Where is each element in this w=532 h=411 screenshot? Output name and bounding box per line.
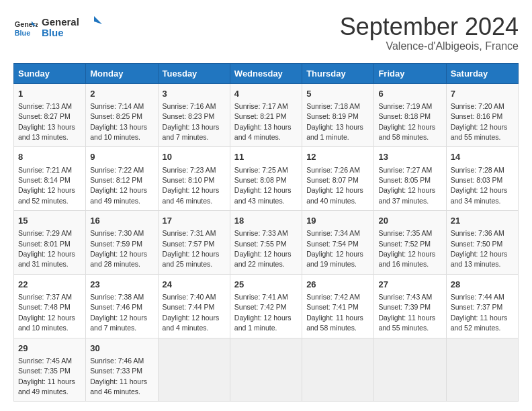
day-number: 29 [18, 342, 81, 355]
daylight-text: Daylight: 13 hours and 4 minutes. [234, 123, 292, 141]
sunset-text: Sunset: 8:23 PM [163, 112, 215, 120]
daylight-text: Daylight: 12 hours and 19 minutes. [306, 250, 363, 268]
calendar-day-cell: 18Sunrise: 7:33 AMSunset: 7:55 PMDayligh… [230, 211, 302, 275]
sunrise-text: Sunrise: 7:13 AM [18, 102, 72, 110]
calendar-day-cell: 12Sunrise: 7:26 AMSunset: 8:07 PMDayligh… [302, 147, 374, 211]
day-number: 21 [451, 215, 514, 227]
daylight-text: Daylight: 13 hours and 7 minutes. [163, 123, 220, 141]
logo: General Blue General Blue [13, 13, 102, 43]
day-number: 25 [234, 279, 298, 291]
daylight-text: Daylight: 12 hours and 1 minute. [234, 314, 292, 332]
day-number: 17 [163, 215, 226, 227]
daylight-text: Daylight: 12 hours and 49 minutes. [90, 186, 147, 204]
sunrise-text: Sunrise: 7:43 AM [378, 293, 432, 301]
sunset-text: Sunset: 8:01 PM [18, 240, 71, 248]
svg-marker-5 [94, 16, 102, 24]
sunrise-text: Sunrise: 7:36 AM [451, 229, 504, 237]
calendar-day-cell: 15Sunrise: 7:29 AMSunset: 8:01 PMDayligh… [14, 211, 86, 275]
sunset-text: Sunset: 7:50 PM [451, 240, 503, 248]
sunset-text: Sunset: 8:05 PM [378, 176, 431, 184]
col-saturday: Saturday [446, 63, 518, 83]
sunrise-text: Sunrise: 7:28 AM [451, 166, 504, 174]
location-title: Valence-d'Albigeois, France [340, 40, 519, 52]
daylight-text: Daylight: 12 hours and 22 minutes. [234, 250, 292, 268]
sunrise-text: Sunrise: 7:22 AM [90, 166, 144, 174]
sunset-text: Sunset: 7:41 PM [306, 303, 359, 311]
daylight-text: Daylight: 12 hours and 7 minutes. [90, 314, 147, 332]
day-number: 22 [18, 279, 81, 291]
sunset-text: Sunset: 8:10 PM [163, 176, 215, 184]
sunset-text: Sunset: 8:07 PM [306, 176, 359, 184]
sunset-text: Sunset: 8:18 PM [378, 112, 431, 120]
daylight-text: Daylight: 12 hours and 13 minutes. [451, 250, 508, 268]
svg-text:General: General [42, 16, 79, 28]
sunrise-text: Sunrise: 7:34 AM [306, 229, 360, 237]
sunset-text: Sunset: 8:19 PM [306, 112, 359, 120]
calendar-day-cell: 19Sunrise: 7:34 AMSunset: 7:54 PMDayligh… [302, 211, 374, 275]
calendar-day-cell: 3Sunrise: 7:16 AMSunset: 8:23 PMDaylight… [158, 83, 230, 147]
calendar-table: Sunday Monday Tuesday Wednesday Thursday… [13, 63, 519, 402]
sunrise-text: Sunrise: 7:45 AM [18, 357, 72, 365]
calendar-day-cell: 29Sunrise: 7:45 AMSunset: 7:35 PMDayligh… [14, 338, 86, 402]
calendar-day-cell: 2Sunrise: 7:14 AMSunset: 8:25 PMDaylight… [86, 83, 158, 147]
daylight-text: Daylight: 12 hours and 37 minutes. [378, 186, 435, 204]
empty-cell [374, 338, 446, 402]
general-blue-logo: General Blue [42, 13, 102, 40]
day-number: 1 [18, 88, 81, 100]
sunset-text: Sunset: 7:44 PM [163, 303, 215, 311]
sunrise-text: Sunrise: 7:38 AM [90, 293, 144, 301]
calendar-day-cell: 14Sunrise: 7:28 AMSunset: 8:03 PMDayligh… [446, 147, 518, 211]
daylight-text: Daylight: 11 hours and 52 minutes. [451, 314, 508, 332]
day-number: 15 [18, 215, 81, 227]
sunset-text: Sunset: 8:14 PM [18, 176, 71, 184]
sunrise-text: Sunrise: 7:29 AM [18, 229, 72, 237]
sunrise-text: Sunrise: 7:46 AM [90, 357, 144, 365]
sunrise-text: Sunrise: 7:41 AM [234, 293, 288, 301]
col-thursday: Thursday [302, 63, 374, 83]
calendar-day-cell: 1Sunrise: 7:13 AMSunset: 8:27 PMDaylight… [14, 83, 86, 147]
sunset-text: Sunset: 7:55 PM [234, 240, 287, 248]
day-number: 3 [163, 88, 226, 100]
month-title: September 2024 [340, 13, 519, 40]
daylight-text: Daylight: 12 hours and 16 minutes. [378, 250, 435, 268]
day-number: 6 [378, 88, 441, 100]
calendar-day-cell: 6Sunrise: 7:19 AMSunset: 8:18 PMDaylight… [374, 83, 446, 147]
sunset-text: Sunset: 7:48 PM [18, 303, 71, 311]
daylight-text: Daylight: 12 hours and 28 minutes. [90, 250, 147, 268]
daylight-text: Daylight: 12 hours and 55 minutes. [451, 123, 508, 141]
sunrise-text: Sunrise: 7:23 AM [163, 166, 216, 174]
sunrise-text: Sunrise: 7:30 AM [90, 229, 144, 237]
calendar-day-cell: 16Sunrise: 7:30 AMSunset: 7:59 PMDayligh… [86, 211, 158, 275]
calendar-day-cell: 28Sunrise: 7:44 AMSunset: 7:37 PMDayligh… [446, 274, 518, 338]
daylight-text: Daylight: 12 hours and 31 minutes. [18, 250, 75, 268]
svg-text:Blue: Blue [15, 29, 30, 37]
sunrise-text: Sunrise: 7:26 AM [306, 166, 360, 174]
sunset-text: Sunset: 7:46 PM [90, 303, 142, 311]
sunset-text: Sunset: 7:33 PM [90, 367, 142, 375]
calendar-day-cell: 30Sunrise: 7:46 AMSunset: 7:33 PMDayligh… [86, 338, 158, 402]
col-tuesday: Tuesday [158, 63, 230, 83]
sunrise-text: Sunrise: 7:40 AM [163, 293, 216, 301]
sunset-text: Sunset: 8:16 PM [451, 112, 503, 120]
day-number: 14 [451, 151, 514, 163]
empty-cell [302, 338, 374, 402]
day-number: 4 [234, 88, 298, 100]
daylight-text: Daylight: 13 hours and 10 minutes. [90, 123, 147, 141]
page-header: General Blue General Blue September 2024… [13, 13, 519, 52]
day-number: 13 [378, 151, 441, 163]
sunset-text: Sunset: 8:27 PM [18, 112, 71, 120]
day-number: 2 [90, 88, 153, 100]
calendar-day-cell: 5Sunrise: 7:18 AMSunset: 8:19 PMDaylight… [302, 83, 374, 147]
sunrise-text: Sunrise: 7:21 AM [18, 166, 72, 174]
calendar-day-cell: 17Sunrise: 7:31 AMSunset: 7:57 PMDayligh… [158, 211, 230, 275]
daylight-text: Daylight: 12 hours and 4 minutes. [163, 314, 220, 332]
day-number: 9 [90, 151, 153, 163]
daylight-text: Daylight: 12 hours and 43 minutes. [234, 186, 292, 204]
day-number: 7 [451, 88, 514, 100]
sunrise-text: Sunrise: 7:18 AM [306, 102, 360, 110]
daylight-text: Daylight: 12 hours and 58 minutes. [378, 123, 435, 141]
day-number: 12 [306, 151, 369, 163]
sunset-text: Sunset: 8:21 PM [234, 112, 287, 120]
empty-cell [446, 338, 518, 402]
sunrise-text: Sunrise: 7:35 AM [378, 229, 432, 237]
